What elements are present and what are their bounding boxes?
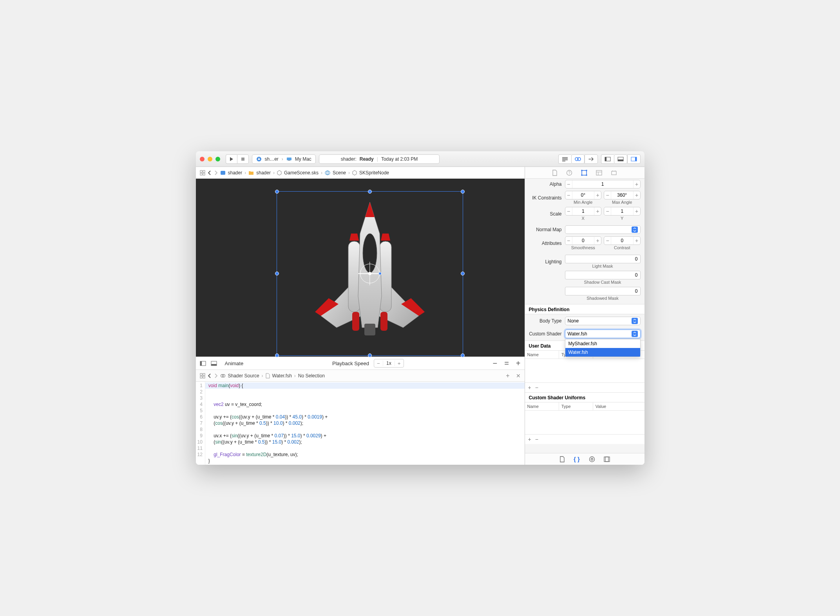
col-name[interactable]: Name <box>525 351 559 359</box>
playback-speed-stepper[interactable]: − 1x + <box>374 359 404 368</box>
layout-bottom-icon[interactable] <box>211 361 217 366</box>
identity-inspector-tab[interactable] <box>596 170 602 176</box>
attributes-inspector-tab[interactable] <box>581 170 587 176</box>
breadcrumb-item[interactable]: Scene <box>333 170 346 176</box>
custom-shader-dropdown[interactable]: Water.fsh MyShader.fsh Water.fsh <box>565 330 641 338</box>
svg-rect-12 <box>200 170 202 172</box>
shader-option[interactable]: Water.fsh <box>565 348 640 357</box>
forward-button[interactable] <box>214 170 218 175</box>
svg-rect-38 <box>581 170 583 171</box>
breadcrumb-item[interactable]: GameScene.sks <box>284 170 319 176</box>
run-button[interactable] <box>226 154 237 164</box>
animate-button[interactable]: Animate <box>225 361 244 366</box>
resize-handle[interactable] <box>461 272 465 275</box>
rotate-handle[interactable] <box>378 272 382 275</box>
stop-button[interactable] <box>237 154 249 164</box>
assistant-editor-button[interactable] <box>571 154 585 164</box>
source-breadcrumb-item[interactable]: Shader Source <box>228 373 259 379</box>
normal-map-dropdown[interactable] <box>565 225 641 234</box>
standard-editor-button[interactable] <box>558 154 571 164</box>
zoom-in-button[interactable]: + <box>516 359 521 368</box>
contrast-stepper[interactable]: −0+ <box>604 236 641 245</box>
svg-rect-16 <box>221 171 225 175</box>
light-mask-field[interactable]: 0 <box>565 255 641 263</box>
zoom-out-button[interactable]: − <box>492 359 497 368</box>
svg-rect-11 <box>635 157 637 161</box>
breadcrumb-item[interactable]: SKSpriteNode <box>359 170 389 176</box>
resize-handle[interactable] <box>461 190 465 194</box>
file-inspector-tab[interactable] <box>552 170 558 176</box>
object-library-tab[interactable] <box>589 456 595 462</box>
resize-handle[interactable] <box>461 353 465 357</box>
close-window-button[interactable] <box>200 157 205 161</box>
col-type[interactable]: Type <box>559 402 593 410</box>
alpha-label: Alpha <box>525 181 562 187</box>
media-library-tab[interactable] <box>604 457 610 462</box>
close-editor-button[interactable]: ✕ <box>516 373 521 379</box>
add-editor-button[interactable]: + <box>506 372 509 379</box>
scheme-selector[interactable]: sh…er › My Mac <box>252 154 316 164</box>
ik-min-stepper[interactable]: −0°+ <box>565 191 602 199</box>
source-breadcrumb-item[interactable]: No Selection <box>298 373 325 379</box>
source-jump-bar[interactable]: Shader Source › Water.fsh › No Selection… <box>196 370 525 382</box>
resize-handle[interactable] <box>275 353 279 357</box>
forward-button[interactable] <box>214 373 218 378</box>
toggle-debug-button[interactable] <box>614 154 627 164</box>
source-breadcrumb-item[interactable]: Water.fsh <box>272 373 292 379</box>
scale-y-stepper[interactable]: −1+ <box>604 207 641 216</box>
svg-rect-42 <box>596 170 602 175</box>
toggle-navigator-button[interactable] <box>601 154 614 164</box>
shadow-cast-mask-field[interactable]: 0 <box>565 271 641 279</box>
code-library-tab[interactable]: { } <box>574 456 580 462</box>
minimize-window-button[interactable] <box>208 157 212 161</box>
code-editor[interactable]: 123456789101112 void main(void) { vec2 u… <box>196 382 525 465</box>
resize-handle[interactable] <box>368 190 372 194</box>
selection-box[interactable] <box>277 191 463 356</box>
shadowed-mask-field[interactable]: 0 <box>565 287 641 295</box>
remove-userdata-button[interactable]: − <box>535 384 538 391</box>
scale-x-stepper[interactable]: −1+ <box>565 207 602 216</box>
zoom-reset-button[interactable]: = <box>504 359 509 368</box>
playback-speed-label: Playback Speed <box>332 361 369 366</box>
layout-left-icon[interactable] <box>200 361 206 366</box>
inspector-pane: ? Alpha −1+ IK Constraints −0°+ Min Angl… <box>525 167 644 465</box>
back-button[interactable] <box>208 170 212 175</box>
remove-uniform-button[interactable]: − <box>535 436 538 442</box>
custom-shader-label: Custom Shader <box>525 331 562 337</box>
col-name[interactable]: Name <box>525 402 559 410</box>
zoom-window-button[interactable] <box>215 157 220 161</box>
speed-decrease-button[interactable]: − <box>374 359 383 367</box>
add-userdata-button[interactable]: + <box>528 384 531 391</box>
scene-canvas[interactable] <box>196 179 525 357</box>
version-editor-button[interactable] <box>585 154 598 164</box>
alpha-stepper[interactable]: −1+ <box>565 180 641 188</box>
ik-max-stepper[interactable]: −360°+ <box>604 191 641 199</box>
jump-bar[interactable]: shader › shader › GameScene.sks › Scene … <box>196 167 525 179</box>
code-content[interactable]: void main(void) { vec2 uv = v_tex_coord;… <box>205 382 525 465</box>
project-icon <box>220 170 226 176</box>
related-items-icon[interactable] <box>200 373 205 379</box>
svg-rect-14 <box>200 173 202 175</box>
toggle-inspector-button[interactable] <box>627 154 641 164</box>
resize-handle[interactable] <box>275 272 279 275</box>
svg-point-17 <box>325 171 330 175</box>
breadcrumb-item[interactable]: shader <box>256 170 271 176</box>
body-type-dropdown[interactable]: None <box>565 317 641 325</box>
breadcrumb-item[interactable]: shader <box>228 170 243 176</box>
add-uniform-button[interactable]: + <box>528 436 531 442</box>
file-library-tab[interactable] <box>559 456 565 462</box>
svg-text:{ }: { } <box>574 456 580 462</box>
back-button[interactable] <box>208 373 212 378</box>
speed-increase-button[interactable]: + <box>395 359 404 367</box>
help-inspector-tab[interactable]: ? <box>566 170 572 176</box>
smoothness-stepper[interactable]: −0+ <box>565 236 602 245</box>
shader-option[interactable]: MyShader.fsh <box>565 339 640 348</box>
svg-rect-32 <box>203 376 205 378</box>
library-inspector-tab[interactable] <box>611 170 617 176</box>
resize-handle[interactable] <box>368 353 372 357</box>
anchor-point-icon[interactable] <box>360 264 380 283</box>
svg-rect-13 <box>203 170 205 172</box>
related-items-icon[interactable] <box>200 170 205 176</box>
col-value[interactable]: Value <box>593 402 644 410</box>
resize-handle[interactable] <box>275 190 279 194</box>
